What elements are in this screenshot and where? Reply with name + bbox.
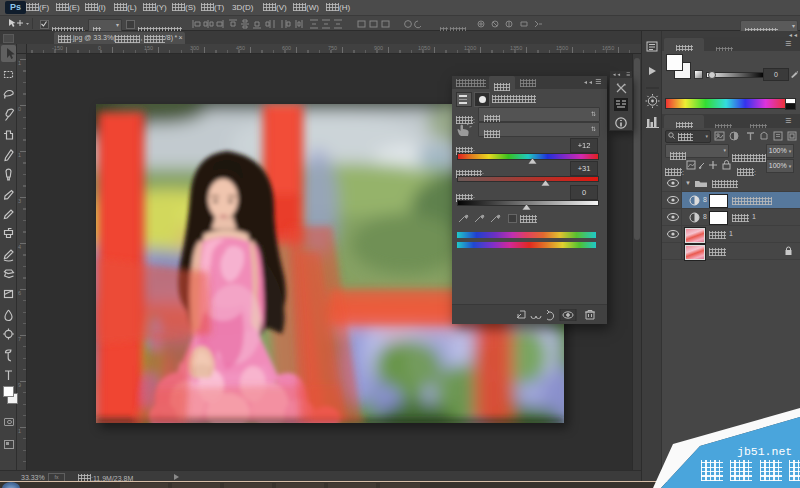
svg-text:jb51.net: jb51.net [737, 445, 792, 458]
